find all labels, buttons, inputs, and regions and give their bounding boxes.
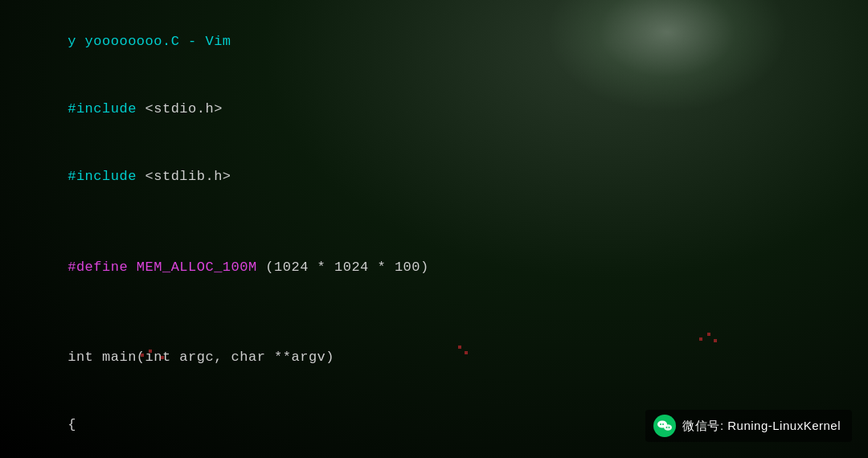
svg-point-4 bbox=[662, 423, 664, 425]
include-path-1: <stdio.h> bbox=[145, 101, 223, 117]
blank-2 bbox=[16, 301, 852, 324]
define-keyword: #define bbox=[68, 260, 128, 275]
argv-param: char **argv bbox=[231, 350, 326, 365]
define-line: #define MEM_ALLOC_100M (1024 * 1024 * 10… bbox=[16, 233, 852, 301]
blank-1 bbox=[16, 211, 852, 233]
screen: y yoooooooo.C - Vim #include <stdio.h> #… bbox=[0, 0, 868, 458]
svg-point-3 bbox=[660, 423, 661, 425]
include-path-2: <stdlib.h> bbox=[145, 169, 231, 184]
watermark-text: 微信号: Runing-LinuxKernel bbox=[682, 419, 841, 434]
pixel-dust bbox=[458, 346, 461, 349]
pixel-dust bbox=[714, 339, 717, 342]
argc-param: int argc bbox=[145, 350, 215, 365]
pixel-dust bbox=[465, 351, 468, 354]
int-keyword: int bbox=[68, 350, 93, 365]
svg-point-6 bbox=[669, 427, 670, 428]
include-keyword-2: #include bbox=[68, 169, 137, 184]
code-area: y yoooooooo.C - Vim #include <stdio.h> #… bbox=[0, 0, 868, 458]
include-stdlib: #include <stdlib.h> bbox=[16, 143, 852, 211]
pixel-dust bbox=[707, 333, 710, 336]
pixel-dust bbox=[699, 337, 702, 341]
title-line: y yoooooooo.C - Vim bbox=[16, 8, 852, 76]
define-name: MEM_ALLOC_100M bbox=[137, 260, 257, 275]
watermark: 微信号: Runing-LinuxKernel bbox=[645, 410, 852, 442]
svg-point-2 bbox=[664, 424, 672, 431]
wechat-icon bbox=[653, 415, 676, 437]
include-keyword-1: #include bbox=[68, 101, 137, 117]
pixel-dust bbox=[141, 354, 144, 357]
svg-point-5 bbox=[666, 427, 668, 428]
pixel-dust bbox=[149, 350, 152, 353]
include-stdio: #include <stdio.h> bbox=[16, 76, 852, 143]
main-sig-line: int main(int argc, char **argv) bbox=[16, 324, 852, 391]
title-text: y yoooooooo.C - Vim bbox=[68, 34, 231, 49]
pixel-dust bbox=[161, 356, 164, 359]
